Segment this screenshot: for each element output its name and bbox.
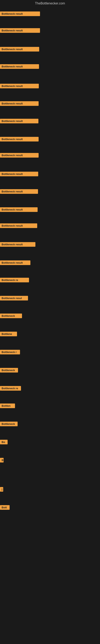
bottleneck-result-item: Bottleneck	[0, 422, 18, 426]
bottleneck-result-item: Bo	[0, 440, 8, 444]
bottleneck-result-item: Bottleneck result	[0, 189, 38, 194]
bottleneck-result-item: Bottleneck result	[0, 137, 39, 142]
bottleneck-result-item: Bottleneck result	[0, 207, 38, 212]
bottleneck-result-item: B	[0, 458, 3, 462]
bottleneck-result-item: Bottleneck result	[0, 242, 35, 247]
bottleneck-result-item: Bottleneck re	[0, 278, 29, 282]
bottleneck-result-item: Bottleneck result	[0, 153, 39, 158]
site-title: TheBottlenecker.com	[0, 0, 100, 6]
bottleneck-result-item: Bottleneck	[0, 314, 22, 318]
bottleneck-result-item: Bottleneck resul	[0, 296, 28, 300]
bottleneck-result-item: Bottleneck result	[0, 47, 39, 52]
bottleneck-result-item: Bottleneck result	[0, 12, 40, 16]
bottleneck-result-item: Bottleneck result	[0, 84, 39, 88]
bottleneck-result-item: Bott	[0, 505, 10, 510]
bottleneck-result-item: Bottleneck	[0, 368, 18, 372]
bottleneck-result-item: Bottleneck r	[0, 350, 20, 354]
bottleneck-result-item: Bottleneck result	[0, 28, 40, 33]
bottleneck-result-item: Bottleneck result	[0, 119, 38, 123]
bottleneck-result-item: Bottleneck result	[0, 64, 39, 69]
bottleneck-result-item: Bottleneck result	[0, 172, 38, 176]
bottleneck-result-item: Bottleneck re	[0, 386, 21, 391]
bottleneck-result-item: Bottleneck result	[0, 224, 37, 228]
bottleneck-result-item: Bottlen	[0, 404, 15, 408]
bottleneck-result-item: Bottleneck result	[0, 101, 39, 106]
bottleneck-result-item: |	[0, 487, 3, 492]
bottleneck-result-item: Bottleneck result	[0, 260, 30, 265]
bottleneck-result-item: Bottlene	[0, 332, 17, 336]
